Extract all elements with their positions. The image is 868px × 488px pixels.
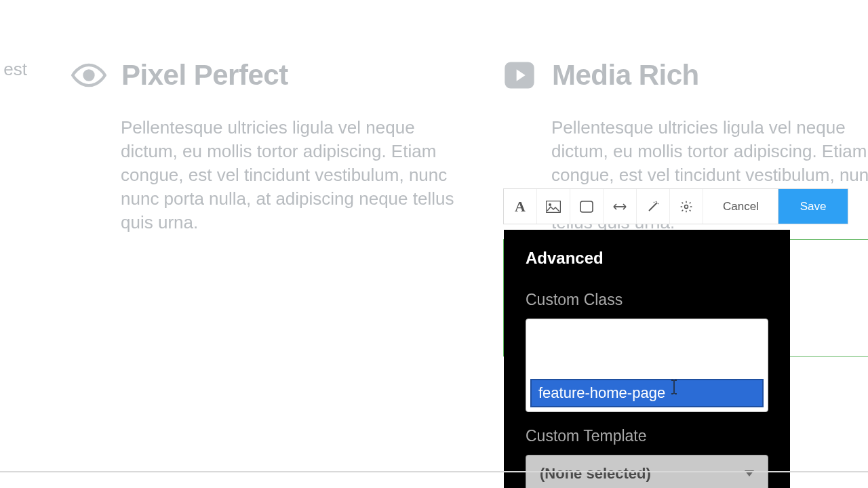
eye-icon (71, 58, 106, 93)
class-tag-text: feature-home-page (538, 384, 665, 402)
svg-point-6 (685, 205, 688, 208)
save-button[interactable]: Save (778, 189, 848, 224)
panel-heading: Advanced (526, 249, 768, 268)
svg-point-3 (549, 203, 551, 206)
advanced-settings-panel: Advanced Custom Class feature-home-page … (504, 230, 790, 488)
square-icon (580, 201, 593, 213)
container-tool-button[interactable] (570, 189, 604, 224)
class-tag-chip[interactable]: feature-home-page (530, 379, 764, 407)
feature-header: Media Rich (502, 58, 868, 93)
feature-body-text: Pellentesque ultricies ligula vel neque … (121, 116, 471, 235)
select-value: (None selected) (540, 465, 651, 483)
spacing-tool-button[interactable] (604, 189, 637, 224)
play-icon (502, 58, 537, 93)
feature-block-fragment: um, est (0, 58, 27, 81)
image-icon (546, 201, 561, 213)
svg-point-0 (85, 71, 94, 80)
feature-header: Pixel Perfect (71, 58, 471, 93)
feature-block-pixel-perfect: Pixel Perfect Pellentesque ultricies lig… (71, 58, 471, 235)
editor-toolbar: A Cancel Save (503, 188, 848, 224)
custom-template-label: Custom Template (526, 427, 768, 445)
feature-body-text: um, est (0, 58, 27, 81)
font-icon: A (515, 198, 526, 216)
settings-tool-button[interactable] (670, 189, 703, 224)
image-tool-button[interactable] (537, 189, 570, 224)
gear-icon (679, 200, 693, 214)
feature-title: Pixel Perfect (121, 59, 288, 92)
style-tool-button[interactable] (637, 189, 670, 224)
custom-class-label: Custom Class (526, 291, 768, 309)
cancel-button[interactable]: Cancel (704, 189, 778, 224)
text-tool-button[interactable]: A (504, 189, 537, 224)
footer-divider (0, 471, 868, 472)
feature-title: Media Rich (552, 59, 699, 92)
arrows-horizontal-icon (612, 203, 628, 211)
svg-rect-4 (580, 201, 593, 212)
custom-class-input[interactable]: feature-home-page (526, 319, 768, 412)
page-canvas: um, est Pixel Perfect Pellentesque ultri… (0, 0, 868, 488)
wand-icon (646, 200, 660, 214)
